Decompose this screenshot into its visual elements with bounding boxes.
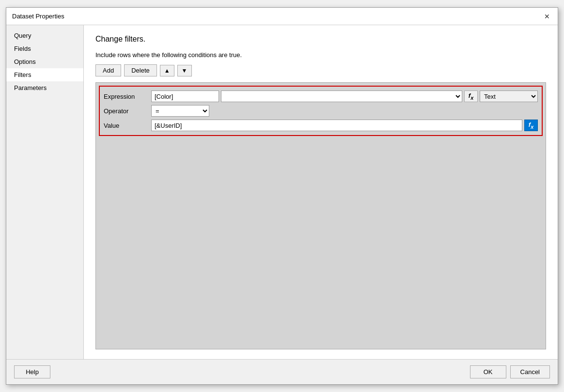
filter-toolbar: Add Delete ▲ ▼	[95, 64, 546, 76]
sidebar-item-filters[interactable]: Filters	[6, 68, 83, 81]
dialog-title: Dataset Properties	[12, 13, 64, 20]
type-dropdown[interactable]: Text Integer Float Boolean DateTime	[480, 90, 538, 102]
section-title: Change filters.	[95, 35, 546, 44]
sidebar-item-fields[interactable]: Fields	[6, 42, 83, 55]
expression-fx-button[interactable]: fx	[464, 90, 478, 102]
instructions-text: Include rows where the following conditi…	[95, 51, 546, 59]
filter-row: Expression fx Text Integer Float	[99, 86, 543, 136]
value-section: fx	[151, 120, 538, 131]
fx-icon: fx	[469, 92, 473, 101]
sidebar-item-parameters[interactable]: Parameters	[6, 81, 83, 94]
operator-label: Operator	[104, 105, 147, 117]
value-input[interactable]	[151, 120, 522, 131]
move-up-button[interactable]: ▲	[160, 65, 174, 76]
expression-label: Expression	[104, 90, 147, 102]
operator-section: = != < > <= >= Like In Between Top N Top…	[151, 105, 538, 117]
filter-grid: Expression fx Text Integer Float	[95, 82, 546, 349]
footer-left: Help	[14, 365, 50, 378]
sidebar: Query Fields Options Filters Parameters	[6, 25, 84, 359]
sidebar-item-query[interactable]: Query	[6, 29, 83, 42]
dialog-footer: Help OK Cancel	[6, 359, 558, 384]
help-button[interactable]: Help	[14, 365, 50, 378]
cancel-button[interactable]: Cancel	[510, 365, 550, 378]
expression-section: fx Text Integer Float Boolean DateTime	[151, 90, 538, 102]
footer-right: OK Cancel	[470, 365, 550, 378]
dialog-body: Query Fields Options Filters Parameters …	[6, 25, 558, 359]
delete-button[interactable]: Delete	[124, 64, 157, 76]
title-bar: Dataset Properties ✕	[6, 8, 558, 25]
add-button[interactable]: Add	[95, 64, 121, 76]
move-down-button[interactable]: ▼	[177, 65, 192, 76]
value-label: Value	[104, 120, 147, 131]
ok-button[interactable]: OK	[470, 365, 506, 378]
close-button[interactable]: ✕	[542, 12, 552, 21]
expression-input[interactable]	[151, 90, 219, 102]
value-fx-button[interactable]: fx	[524, 120, 538, 131]
value-fx-icon: fx	[529, 121, 533, 130]
dataset-properties-dialog: Dataset Properties ✕ Query Fields Option…	[6, 7, 558, 385]
expression-dropdown[interactable]	[221, 90, 462, 102]
sidebar-item-options[interactable]: Options	[6, 55, 83, 68]
operator-dropdown[interactable]: = != < > <= >= Like In Between Top N Top…	[151, 105, 209, 117]
main-content: Change filters. Include rows where the f…	[84, 25, 558, 359]
